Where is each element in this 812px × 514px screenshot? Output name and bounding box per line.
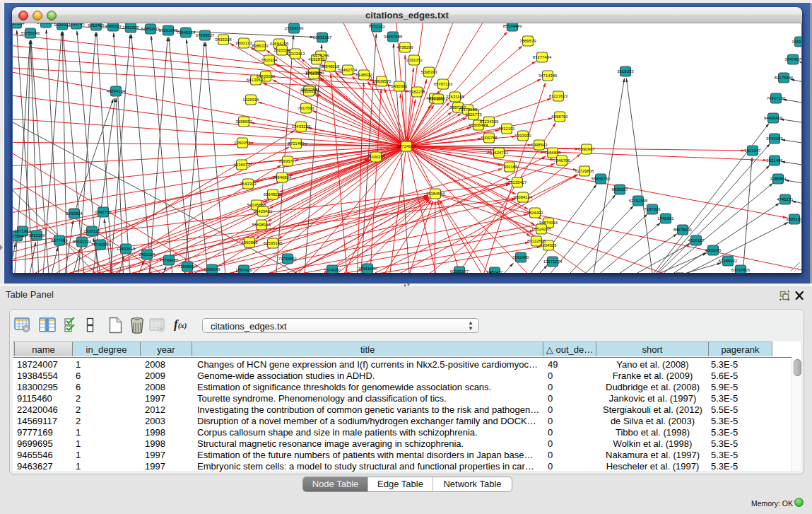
svg-text:6690967: 6690967 <box>578 147 595 151</box>
svg-text:7889579: 7889579 <box>519 39 536 43</box>
svg-text:5430391: 5430391 <box>391 84 408 88</box>
svg-text:1969379: 1969379 <box>792 40 801 44</box>
svg-text:5098393: 5098393 <box>420 70 437 74</box>
svg-text:34874016: 34874016 <box>539 221 558 225</box>
svg-text:27354549: 27354549 <box>285 26 304 30</box>
svg-text:71746488: 71746488 <box>160 258 179 262</box>
svg-text:6658760: 6658760 <box>551 115 568 119</box>
svg-text:81223623: 81223623 <box>549 94 568 98</box>
svg-text:34624751: 34624751 <box>490 151 509 155</box>
svg-text:9413186: 9413186 <box>28 233 45 238</box>
svg-text:67010651: 67010651 <box>429 97 448 101</box>
svg-text:93103413: 93103413 <box>286 52 305 56</box>
svg-text:4216073: 4216073 <box>233 163 250 167</box>
svg-text:64139537: 64139537 <box>247 78 266 82</box>
svg-text:0812191: 0812191 <box>498 127 515 131</box>
svg-text:98084124: 98084124 <box>514 195 533 199</box>
svg-text:7543303: 7543303 <box>240 182 257 186</box>
svg-text:3482477: 3482477 <box>486 270 503 274</box>
svg-text:1627204: 1627204 <box>13 23 25 25</box>
svg-text:97848018: 97848018 <box>321 64 340 69</box>
svg-text:28809570: 28809570 <box>372 79 392 83</box>
svg-text:7346706: 7346706 <box>553 158 570 163</box>
svg-text:37996507: 37996507 <box>196 33 215 37</box>
svg-text:15451680: 15451680 <box>358 267 377 271</box>
svg-text:67737826: 67737826 <box>731 268 751 272</box>
svg-text:02654235: 02654235 <box>270 42 289 46</box>
svg-text:79740344: 79740344 <box>91 243 110 247</box>
svg-text:9912419: 9912419 <box>88 23 105 28</box>
svg-text:25135427: 25135427 <box>508 180 527 185</box>
svg-text:73178108: 73178108 <box>459 107 478 112</box>
svg-text:87277434: 87277434 <box>533 55 552 59</box>
svg-text:85574443: 85574443 <box>503 24 522 28</box>
svg-text:7193745: 7193745 <box>68 23 85 26</box>
svg-text:34957885: 34957885 <box>384 35 403 39</box>
svg-text:18300295: 18300295 <box>367 155 386 159</box>
svg-text:2787429: 2787429 <box>235 268 252 272</box>
svg-text:1399049: 1399049 <box>204 267 220 271</box>
svg-text:3518233: 3518233 <box>617 69 634 74</box>
svg-text:1031051: 1031051 <box>406 58 423 62</box>
svg-text:86578091: 86578091 <box>673 228 693 232</box>
svg-text:82175946: 82175946 <box>775 76 794 80</box>
svg-text:2328120: 2328120 <box>83 229 100 233</box>
svg-text:71906594: 71906594 <box>178 264 197 269</box>
svg-text:7816184: 7816184 <box>261 58 278 62</box>
svg-text:8148932: 8148932 <box>355 73 372 77</box>
svg-text:55886753: 55886753 <box>592 177 611 181</box>
svg-text:5009788: 5009788 <box>481 136 498 140</box>
svg-text:1491905: 1491905 <box>122 25 139 30</box>
svg-text:80831367: 80831367 <box>313 35 332 40</box>
svg-text:76320163: 76320163 <box>300 89 319 93</box>
svg-text:37631165: 37631165 <box>446 95 465 99</box>
svg-text:9600133: 9600133 <box>235 41 252 45</box>
svg-text:1326773: 1326773 <box>465 112 482 117</box>
svg-text:4192832: 4192832 <box>308 57 325 62</box>
svg-text:62702895: 62702895 <box>629 199 648 203</box>
svg-text:7770143: 7770143 <box>368 25 385 29</box>
svg-text:4005045: 4005045 <box>705 248 722 252</box>
svg-text:7182278: 7182278 <box>408 90 425 94</box>
svg-text:34714345: 34714345 <box>539 74 558 78</box>
svg-text:51462704: 51462704 <box>339 68 358 72</box>
svg-text:62386922: 62386922 <box>719 259 738 263</box>
svg-text:77752047: 77752047 <box>13 234 27 238</box>
svg-text:36995777: 36995777 <box>278 159 298 163</box>
svg-text:01429401: 01429401 <box>254 209 273 214</box>
svg-text:2260256: 2260256 <box>234 141 251 145</box>
svg-text:3685160: 3685160 <box>786 217 801 221</box>
svg-text:0932480: 0932480 <box>512 255 529 259</box>
svg-text:65787133: 65787133 <box>434 82 453 86</box>
svg-text:9636057: 9636057 <box>611 187 628 192</box>
svg-text:19384554: 19384554 <box>426 192 445 196</box>
svg-text:7917693: 7917693 <box>298 106 314 110</box>
svg-text:7991183: 7991183 <box>502 165 519 169</box>
svg-text:74367136: 74367136 <box>767 96 786 100</box>
svg-text:29946804: 29946804 <box>273 175 292 180</box>
svg-text:8386379: 8386379 <box>252 44 269 48</box>
svg-text:9421047: 9421047 <box>744 148 761 153</box>
svg-text:8708317: 8708317 <box>305 71 322 76</box>
svg-text:51850671: 51850671 <box>141 27 160 31</box>
svg-text:55698169: 55698169 <box>252 223 271 227</box>
svg-text:1226916: 1226916 <box>242 98 259 102</box>
svg-text:87234309: 87234309 <box>480 119 499 124</box>
svg-text:1745961: 1745961 <box>657 216 674 221</box>
svg-text:49894134: 49894134 <box>107 89 126 93</box>
svg-text:00524278: 00524278 <box>532 227 551 231</box>
svg-text:5240824: 5240824 <box>66 211 83 216</box>
svg-text:3285884: 3285884 <box>770 177 787 181</box>
svg-text:54145868: 54145868 <box>247 203 266 207</box>
svg-text:4738299: 4738299 <box>396 45 413 49</box>
svg-text:57262849: 57262849 <box>159 28 178 33</box>
svg-text:5466889: 5466889 <box>544 151 561 155</box>
svg-text:2421024: 2421024 <box>139 252 155 257</box>
svg-text:99091334: 99091334 <box>73 240 92 244</box>
svg-text:76945314: 76945314 <box>177 30 196 35</box>
svg-text:4966319: 4966319 <box>105 24 122 28</box>
svg-text:6998543: 6998543 <box>531 143 548 147</box>
svg-text:61595148: 61595148 <box>264 241 283 245</box>
svg-text:94406409: 94406409 <box>764 116 783 120</box>
svg-text:8677496: 8677496 <box>51 238 68 243</box>
